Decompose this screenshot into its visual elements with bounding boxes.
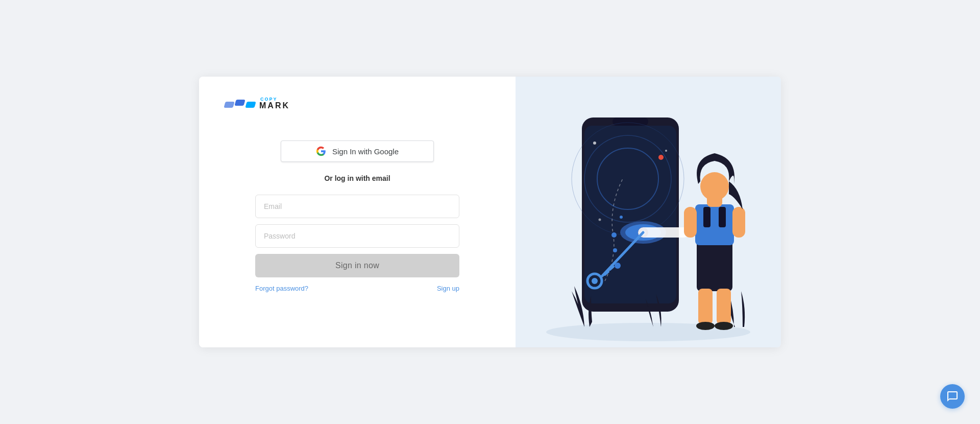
form-area: Sign In with Google Or log in with email…: [225, 140, 490, 322]
login-illustration: [516, 77, 781, 347]
svg-point-33: [700, 172, 729, 201]
logo-mark-text: MARK: [259, 102, 290, 110]
or-divider: Or log in with email: [324, 174, 390, 182]
sign-up-link[interactable]: Sign up: [437, 285, 459, 292]
svg-point-10: [665, 150, 667, 152]
google-btn-label: Sign In with Google: [332, 147, 399, 156]
svg-point-25: [592, 278, 598, 284]
right-panel: [516, 77, 781, 347]
chat-button[interactable]: [940, 384, 965, 409]
email-input[interactable]: [255, 195, 459, 218]
svg-rect-34: [698, 289, 713, 324]
svg-rect-39: [719, 207, 726, 227]
links-row: Forgot password? Sign up: [255, 285, 459, 292]
svg-rect-35: [717, 289, 731, 324]
svg-rect-31: [732, 207, 745, 238]
svg-point-37: [715, 322, 733, 330]
google-sign-in-button[interactable]: Sign In with Google: [281, 140, 434, 162]
chat-icon: [946, 390, 959, 403]
logo-stripe-1: [224, 102, 234, 108]
logo-area: COPY MARK: [225, 97, 490, 110]
svg-point-9: [593, 142, 596, 145]
logo-stripe-2: [234, 100, 245, 106]
svg-point-21: [611, 232, 617, 238]
forgot-password-link[interactable]: Forgot password?: [255, 285, 308, 292]
svg-point-36: [696, 322, 715, 330]
left-panel: COPY MARK Sign In with Google Or log in …: [199, 77, 516, 347]
svg-rect-30: [684, 207, 697, 238]
svg-rect-18: [638, 227, 689, 238]
sign-in-button[interactable]: Sign in now: [255, 254, 459, 277]
google-g-icon: [316, 146, 326, 156]
logo-icon: [225, 100, 255, 108]
password-input[interactable]: [255, 224, 459, 248]
svg-point-22: [620, 216, 623, 219]
svg-rect-29: [695, 204, 734, 245]
svg-point-20: [613, 248, 617, 252]
logo-text: COPY MARK: [259, 97, 290, 110]
svg-point-11: [599, 219, 601, 221]
svg-point-8: [658, 155, 664, 160]
svg-rect-38: [703, 207, 710, 227]
logo-stripe-3: [245, 102, 256, 108]
login-card: COPY MARK Sign In with Google Or log in …: [199, 77, 781, 347]
